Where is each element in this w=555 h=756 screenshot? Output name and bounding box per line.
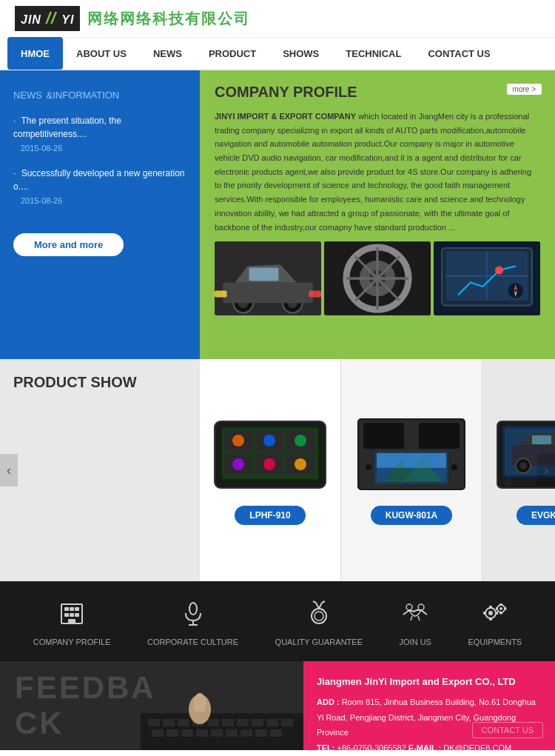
news-subtitle: &INFORMATION [47,90,120,101]
svg-rect-106 [178,719,189,726]
logo-box: JIN // YI [15,6,80,31]
svg-rect-125 [194,698,206,712]
microphone-icon [180,600,206,632]
svg-point-81 [312,609,326,623]
svg-point-78 [189,603,197,615]
svg-rect-9 [309,291,321,298]
svg-point-92 [488,611,493,615]
nav-item-technical[interactable]: TECHNICAL [332,37,414,70]
medal-icon [306,600,332,632]
contact-tel: TEL: +86-0750-3065582 E-MAIL : DK@DEDE8.… [317,740,542,756]
svg-point-89 [406,604,412,610]
footer-label-company: COMPANY PROFILE [33,638,111,646]
svg-line-87 [411,616,412,620]
nav-item-product[interactable]: PRODUCT [195,37,269,70]
svg-rect-111 [252,719,263,726]
company-body: JINYI IMPORT & EXPORT COMPANY which loca… [215,110,540,234]
svg-rect-101 [496,607,498,610]
svg-rect-72 [70,607,74,611]
company-images [215,241,540,315]
svg-rect-71 [64,607,69,611]
nav-item-contact[interactable]: CONTACT US [414,37,503,70]
product-img-2 [352,415,471,497]
product-card-2: KUGW-801A [341,359,482,581]
svg-line-84 [319,603,322,609]
svg-line-83 [316,603,319,609]
logo-text: JIN // YI [21,9,74,28]
product-card-1: LPHF-910 [200,359,341,581]
contact-company-name: Jiangmen JinYi Import and Export CO., LT… [317,673,542,692]
content-top: NEWS &INFORMATION The present situation,… [0,70,555,359]
svg-line-85 [313,601,316,603]
prev-arrow[interactable]: ‹ [0,454,18,486]
tel-value: +86-0750-3065582 [337,743,406,752]
company-more-tag[interactable]: more > [507,84,542,95]
company-img-wheel [324,241,431,315]
svg-rect-99 [500,603,502,606]
logo-area: JIN // YI 网络网络科技有限公司 [15,6,250,31]
footer-join-us[interactable]: JOIN US [400,600,431,646]
svg-rect-77 [68,619,75,623]
product-label-2[interactable]: KUGW-801A [371,506,452,525]
svg-point-52 [366,464,371,470]
svg-rect-113 [281,719,293,726]
more-button[interactable]: More and more [13,233,124,256]
product-label-3[interactable]: EVGK-408 [517,506,555,525]
svg-rect-95 [489,606,492,608]
svg-rect-5 [223,283,313,304]
building-icon [58,600,85,632]
footer-icons: COMPANY PROFILE CORPORATE CULTURE QUALIT [0,581,555,661]
news-section: NEWS &INFORMATION The present situation,… [0,70,200,359]
svg-point-82 [314,612,323,620]
svg-rect-8 [215,291,227,298]
feedback-left: FEEDBACK [0,661,303,750]
svg-point-40 [232,458,244,470]
news-item-2[interactable]: Successfully developed a new generation … [13,167,186,207]
next-arrow[interactable]: › [537,454,555,486]
svg-rect-122 [270,729,282,737]
nav-item-news[interactable]: NEWS [140,37,195,70]
handshake-icon [402,600,428,632]
svg-rect-112 [266,719,278,726]
svg-rect-98 [496,612,498,615]
svg-point-42 [295,458,306,470]
product-title: PRODUCT SHOW [13,374,186,391]
svg-point-39 [295,435,306,446]
company-title: COMPANY PROFILE [215,84,540,101]
tel-label: TEL: [317,743,334,752]
footer-quality-guarantee[interactable]: QUALITY GUARANTEE [275,600,363,646]
nav-item-about[interactable]: ABOUT US [63,37,140,70]
header: JIN // YI 网络网络科技有限公司 [0,0,555,38]
contact-info: Jiangmen JinYi Import and Export CO., LT… [303,661,555,750]
svg-rect-121 [255,729,267,737]
company-name: 网络网络科技有限公司 [87,9,250,29]
news-title: NEWS &INFORMATION [13,85,186,102]
svg-rect-108 [207,719,219,726]
svg-point-37 [232,435,244,446]
footer-label-join: JOIN US [400,638,431,646]
nav-item-hmoe[interactable]: HMOE [7,37,63,70]
svg-rect-74 [64,613,69,617]
svg-rect-104 [148,719,160,726]
svg-rect-73 [75,607,79,611]
svg-point-38 [263,435,275,446]
company-img-nav [434,241,540,315]
news-item-1[interactable]: The present situation, the competitivene… [13,114,186,155]
footer-company-profile[interactable]: COMPANY PROFILE [33,600,111,646]
footer-corporate-culture[interactable]: CORPORATE CULTURE [147,600,238,646]
svg-rect-110 [237,719,249,726]
svg-point-41 [263,458,275,470]
svg-rect-117 [196,729,208,737]
svg-rect-7 [249,268,279,281]
footer-equipments[interactable]: EQUIPMENTS [468,600,522,646]
product-header: PRODUCT SHOW [0,359,200,581]
contact-us-button[interactable]: CONTACT US [472,722,544,738]
svg-rect-118 [211,729,223,737]
footer-label-culture: CORPORATE CULTURE [147,638,238,646]
nav-item-shows[interactable]: SHOWS [269,37,332,70]
svg-point-61 [519,462,527,469]
svg-rect-114 [152,729,164,737]
product-label-1[interactable]: LPHF-910 [235,506,305,525]
svg-rect-115 [166,729,178,737]
svg-rect-109 [222,719,234,726]
